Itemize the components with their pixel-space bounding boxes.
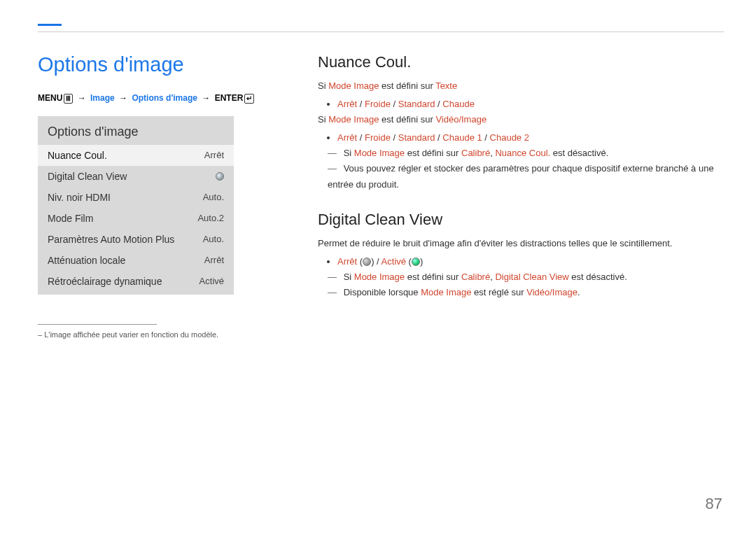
- menu-row-retroeclairage-dynamique[interactable]: Rétroéclairage dynamique Activé: [38, 271, 234, 292]
- nuance-bullets2: Arrêt / Froide / Standard / Chaude 1 / C…: [318, 130, 724, 146]
- nuance-line2: Si Mode Image est défini sur Vidéo/Image: [318, 112, 724, 127]
- nuance-line1: Si Mode Image est défini sur Texte: [318, 78, 724, 94]
- text: est défini sur: [379, 80, 435, 91]
- opt-arret: Arrêt: [337, 132, 357, 143]
- text-red: Digital Clean View: [495, 272, 568, 282]
- text: Si: [344, 272, 354, 282]
- menu-panel: Options d'image Nuance Coul. Arrêt Digit…: [38, 116, 234, 295]
- arrow-icon: →: [119, 93, 127, 103]
- menu-row-label: Nuance Coul.: [48, 150, 107, 161]
- sep: /: [357, 99, 365, 109]
- menu-row-niv-noir-hdmi[interactable]: Niv. noir HDMI Auto.: [38, 187, 234, 208]
- menu-row-label: Paramètres Auto Motion Plus: [48, 234, 174, 245]
- page-title: Options d'image: [38, 53, 290, 76]
- crumb-options: Options d'image: [132, 93, 197, 103]
- opt-froide: Froide: [365, 99, 391, 109]
- crumb-menu: MENU: [38, 93, 62, 103]
- arrow-icon: →: [202, 93, 210, 103]
- text-red: Vidéo/Image: [526, 287, 578, 297]
- text: est désactivé.: [569, 272, 627, 282]
- sep: /: [391, 99, 398, 109]
- list-item: Arrêt / Froide / Standard / Chaude 1 / C…: [337, 130, 724, 146]
- opt-active: Activé: [382, 256, 406, 267]
- left-column: Options d'image MENUⅢ → Image → Options …: [38, 53, 290, 339]
- dcv-content: Permet de réduire le bruit d'image afin …: [318, 236, 724, 300]
- list-item: Si Mode Image est défini sur Calibré, Di…: [328, 269, 724, 285]
- section-title-nuance: Nuance Coul.: [318, 53, 724, 71]
- page-number: 87: [706, 495, 722, 513]
- menu-panel-title: Options d'image: [38, 125, 234, 145]
- menu-row-value: Auto.: [203, 234, 224, 244]
- footnote-rule: [38, 324, 157, 325]
- menu-row-value: Arrêt: [204, 255, 224, 265]
- dot-off-icon: [363, 258, 371, 266]
- menu-row-value: Activé: [200, 276, 224, 286]
- text: Si: [318, 114, 328, 125]
- footnote-text: – L'image affichée peut varier en foncti…: [38, 330, 290, 339]
- list-item: Disponible lorsque Mode Image est réglé …: [328, 285, 724, 300]
- text: (: [406, 256, 412, 267]
- list-item: Arrêt () / Activé (): [337, 254, 724, 269]
- text-red: Mode Image: [354, 148, 405, 158]
- text: (: [357, 256, 363, 267]
- text-red: Vidéo/Image: [435, 114, 486, 125]
- text: est désactivé.: [550, 148, 608, 158]
- right-column: Nuance Coul. Si Mode Image est défini su…: [318, 53, 724, 339]
- dcv-notes: Si Mode Image est défini sur Calibré, Di…: [318, 269, 724, 300]
- sep: /: [482, 132, 490, 143]
- enter-icon: ↵: [244, 94, 254, 104]
- nuance-content: Si Mode Image est défini sur Texte Arrêt…: [318, 78, 724, 192]
- menu-row-label: Rétroéclairage dynamique: [48, 276, 162, 287]
- menu-row-digital-clean-view[interactable]: Digital Clean View: [38, 166, 234, 187]
- text-red: Texte: [435, 80, 457, 91]
- opt-arret: Arrêt: [337, 99, 357, 109]
- breadcrumb: MENUⅢ → Image → Options d'image → ENTER↵: [38, 93, 290, 104]
- text: ): [420, 256, 423, 267]
- header-accent-bar: [38, 24, 62, 26]
- text: .: [578, 287, 580, 297]
- menu-row-auto-motion-plus[interactable]: Paramètres Auto Motion Plus Auto.: [38, 229, 234, 250]
- menu-row-label: Mode Film: [48, 213, 93, 224]
- status-dot-icon: [216, 172, 224, 181]
- text: est réglé sur: [471, 287, 526, 297]
- opt-froide: Froide: [365, 132, 391, 143]
- text-red: Mode Image: [328, 80, 379, 91]
- menu-row-value: Auto.: [203, 192, 224, 202]
- opt-standard: Standard: [398, 132, 435, 143]
- section-title-dcv: Digital Clean View: [318, 211, 724, 229]
- opt-chaude: Chaude: [442, 99, 475, 109]
- nuance-notes: Si Mode Image est défini sur Calibré, Nu…: [318, 146, 724, 192]
- sep: /: [435, 132, 442, 143]
- menu-row-mode-film[interactable]: Mode Film Auto.2: [38, 208, 234, 229]
- menu-row-label: Atténuation locale: [48, 255, 125, 266]
- opt-chaude2: Chaude 2: [490, 132, 529, 143]
- text: Si: [344, 148, 354, 158]
- arrow-icon: →: [78, 93, 86, 103]
- opt-standard: Standard: [398, 99, 435, 109]
- top-rule: [38, 31, 724, 32]
- text: Vous pouvez régler et stocker des paramè…: [328, 163, 714, 189]
- menu-row-nuance-coul[interactable]: Nuance Coul. Arrêt: [38, 145, 234, 166]
- menu-row-value: Arrêt: [204, 150, 224, 160]
- opt-chaude1: Chaude 1: [442, 132, 482, 143]
- sep: /: [435, 99, 442, 109]
- dcv-bullets: Arrêt () / Activé (): [318, 254, 724, 269]
- menu-row-value: Auto.2: [197, 213, 224, 223]
- text-red: Mode Image: [354, 272, 405, 282]
- list-item: Arrêt / Froide / Standard / Chaude: [337, 97, 724, 112]
- menu-row-label: Niv. noir HDMI: [48, 192, 111, 203]
- menu-row-attenuation-locale[interactable]: Atténuation locale Arrêt: [38, 250, 234, 271]
- sep: /: [357, 132, 365, 143]
- text-red: Calibré: [461, 148, 490, 158]
- nuance-bullets1: Arrêt / Froide / Standard / Chaude: [318, 97, 724, 112]
- text-red: Calibré: [461, 272, 490, 282]
- opt-arret: Arrêt: [337, 256, 357, 267]
- text: est défini sur: [379, 114, 435, 125]
- sep: /: [374, 256, 381, 267]
- crumb-image: Image: [90, 93, 115, 103]
- text-red: Mode Image: [421, 287, 471, 297]
- menu-row-label: Digital Clean View: [48, 171, 127, 182]
- text: Si: [318, 80, 328, 91]
- text-red: Mode Image: [328, 114, 379, 125]
- crumb-enter: ENTER: [215, 93, 244, 103]
